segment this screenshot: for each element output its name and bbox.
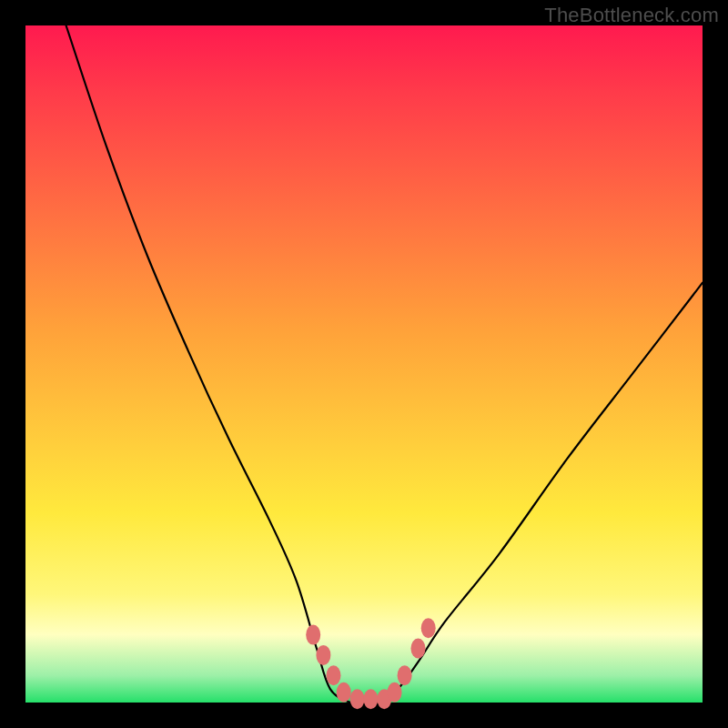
bottleneck-curve-svg (25, 25, 703, 703)
marker-dot (388, 682, 402, 703)
marker-dot (350, 689, 365, 709)
marker-dot (421, 618, 436, 638)
marker-dot (327, 665, 341, 685)
outer-black-frame: TheBottleneck.com (0, 0, 728, 728)
marker-dot (306, 625, 320, 645)
marker-dot (316, 645, 330, 665)
marker-dot (411, 639, 426, 659)
bottleneck-curve-line (66, 25, 703, 703)
gradient-plot-area (25, 25, 703, 703)
marker-dot (363, 689, 378, 709)
marker-dot (337, 682, 351, 703)
marker-dot (398, 665, 412, 685)
watermark-text: TheBottleneck.com (544, 4, 719, 27)
